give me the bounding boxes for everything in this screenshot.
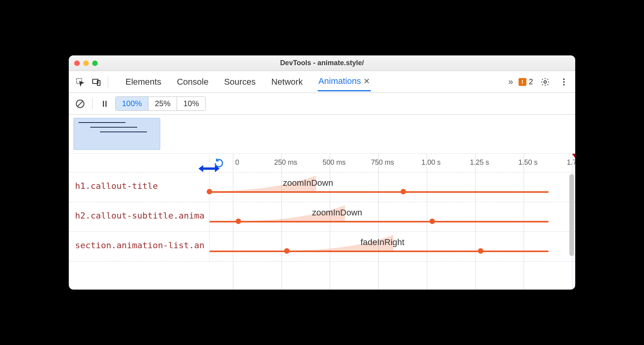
scrub-handle-icon[interactable] [198,164,220,175]
tab-elements[interactable]: Elements [125,72,162,91]
keyframe-start[interactable] [236,219,241,224]
vertical-scrollbar[interactable] [569,174,574,256]
panel-tabs: Elements Console Sources Network Animati… [125,72,371,91]
tick-label: 1.75 s [561,158,575,167]
tick-label: 1.50 s [512,158,544,167]
labels-column-header [69,154,209,172]
svg-point-4 [563,78,565,80]
tab-animations[interactable]: Animations ✕ [318,72,371,91]
issues-count: 2 [529,77,533,86]
animation-track[interactable]: zoomInDown [209,202,575,231]
tick-label: 1.25 s [464,158,495,167]
animation-name: fadeInRight [360,237,404,247]
animation-track[interactable]: fadeInRight [209,232,575,261]
animation-row[interactable]: h1.callout-titlezoomInDown [69,172,575,202]
animation-row[interactable]: section.animation-list.anfadeInRight [69,232,575,261]
svg-point-3 [544,80,546,83]
svg-point-5 [563,81,565,83]
clear-icon[interactable] [73,97,87,110]
ruler[interactable]: 0250 ms500 ms750 ms1.00 s1.25 s1.50 s1.7… [209,154,575,172]
device-toolbar-icon[interactable] [90,75,103,89]
animation-group-thumb[interactable] [73,118,160,150]
tab-animations-label: Animations [318,76,361,86]
playback-speed-group: 100% 25% 10% [115,96,206,111]
main-toolbar: Elements Console Sources Network Animati… [69,71,575,93]
element-selector[interactable]: h1.callout-title [69,172,209,202]
titlebar[interactable]: DevTools - animate.style/ [69,55,575,71]
pause-icon[interactable] [98,97,111,110]
speed-25[interactable]: 25% [148,97,177,110]
tab-network[interactable]: Network [270,72,304,91]
animation-name: zoomInDown [283,178,333,188]
speed-100[interactable]: 100% [116,97,148,110]
kebab-menu-icon[interactable] [557,75,571,89]
keyframe-end[interactable] [401,189,406,194]
keyframe-end[interactable] [478,248,483,254]
close-tab-icon[interactable]: ✕ [363,76,370,86]
warning-icon: ! [519,78,526,86]
animation-bar[interactable] [209,221,549,222]
keyframe-end[interactable] [429,219,435,224]
timeline: 0250 ms500 ms750 ms1.00 s1.25 s1.50 s1.7… [69,154,575,290]
more-tabs-icon[interactable]: » [508,77,513,87]
tick-label: 0 [222,158,253,167]
separator [92,98,93,109]
animation-groups-strip [69,115,575,154]
keyframe-start[interactable] [284,248,290,254]
toolbar-right: » ! 2 [508,75,571,89]
animation-bar[interactable] [209,191,549,193]
separator [108,76,108,87]
svg-line-8 [77,101,83,107]
tick-label: 500 ms [318,158,350,167]
tick-label: 1.00 s [415,158,447,167]
speed-10[interactable]: 10% [177,97,205,110]
animation-name: zoomInDown [312,208,362,218]
element-selector[interactable]: h2.callout-subtitle.anima [69,202,209,231]
issues-badge[interactable]: ! 2 [519,77,533,86]
animation-track[interactable]: zoomInDown [209,172,575,202]
devtools-window: DevTools - animate.style/ Elements Conso… [69,55,575,290]
element-selector[interactable]: section.animation-list.an [69,232,209,261]
svg-point-6 [563,84,565,85]
window-title: DevTools - animate.style/ [74,59,570,67]
inspect-element-icon[interactable] [73,75,87,89]
timeline-header: 0250 ms500 ms750 ms1.00 s1.25 s1.50 s1.7… [69,154,575,172]
tab-console[interactable]: Console [176,72,209,91]
tick-label: 750 ms [367,158,398,167]
animation-rows: h1.callout-titlezoomInDownh2.callout-sub… [69,172,575,261]
animation-controls: 100% 25% 10% [69,93,575,115]
svg-rect-2 [97,80,100,85]
tick-label: 250 ms [270,158,301,167]
keyframe-start[interactable] [207,189,212,194]
animation-row[interactable]: h2.callout-subtitle.animazoomInDown [69,202,575,232]
animation-bar[interactable] [209,251,549,252]
settings-icon[interactable] [538,75,552,89]
tab-sources[interactable]: Sources [223,72,256,91]
